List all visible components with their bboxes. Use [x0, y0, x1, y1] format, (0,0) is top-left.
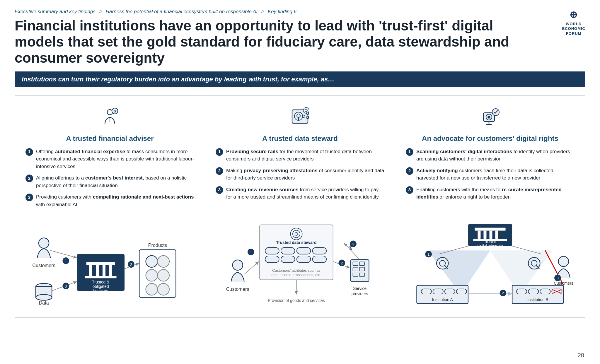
svg-text:3: 3 [557, 276, 559, 280]
svg-rect-93 [483, 231, 486, 239]
col3-icon-area [406, 104, 575, 130]
wef-logo: ⊕ WORLD ECONOMIC FORUM [562, 9, 586, 36]
svg-text:2: 2 [130, 263, 132, 267]
col1-title: A trusted financial adviser [25, 134, 194, 143]
svg-text:$: $ [114, 109, 116, 113]
col2-point2: 2 Making privacy-preserving attestations… [216, 167, 384, 182]
svg-rect-56 [281, 256, 295, 263]
svg-rect-94 [489, 231, 492, 239]
svg-rect-57 [297, 256, 311, 263]
svg-point-125 [558, 256, 569, 266]
svg-point-33 [146, 269, 158, 281]
svg-text:Customers' attributes such as: Customers' attributes such as [272, 269, 320, 273]
digital-rights-icon [480, 107, 500, 127]
col3-point3: 3 Enabling customers with the means to r… [406, 186, 575, 201]
wef-globe-icon: ⊕ [562, 9, 586, 21]
breadcrumb-part1: Executive summary and key findings [15, 9, 96, 14]
svg-rect-18 [85, 276, 117, 278]
svg-rect-51 [265, 247, 279, 254]
breadcrumb-part3: Key finding 6 [268, 9, 296, 14]
col2-point1: 1 Providing secure rails for the movemen… [216, 148, 384, 163]
svg-point-4 [39, 238, 49, 248]
svg-line-63 [244, 262, 259, 274]
banner: Institutions can turn their regulatory b… [15, 71, 585, 87]
data-steward-icon [290, 107, 310, 127]
svg-text:Customers: Customers [32, 263, 55, 268]
svg-text:Institution A: Institution A [432, 298, 453, 302]
svg-rect-44 [307, 112, 308, 115]
col1-diagram: Customers Data [25, 221, 194, 310]
svg-point-36 [158, 283, 169, 295]
svg-rect-14 [89, 265, 92, 276]
svg-text:Products: Products [148, 242, 167, 248]
svg-rect-54 [313, 247, 327, 254]
svg-text:Trusted data steward: Trusted data steward [276, 240, 317, 245]
col-digital-rights: An advocate for customers' digital right… [395, 96, 585, 317]
svg-text:Service: Service [353, 286, 367, 291]
financial-adviser-icon: $ [100, 107, 120, 127]
wef-text-line2: ECONOMIC [562, 26, 586, 31]
svg-text:age, income, transactions, etc: age, income, transactions, etc. [272, 273, 321, 277]
svg-text:3: 3 [352, 242, 354, 246]
svg-text:digital advocate: digital advocate [478, 244, 503, 248]
col2-points: 1 Providing secure rails for the movemen… [216, 148, 384, 205]
svg-point-31 [146, 256, 158, 267]
svg-text:1: 1 [427, 252, 429, 257]
main-title: Financial institutions have an opportuni… [15, 18, 513, 66]
svg-text:1: 1 [65, 259, 67, 263]
svg-text:Institution B: Institution B [527, 298, 548, 302]
col1-point2: 2 Aligning offerings to a customer's bes… [25, 174, 194, 189]
svg-rect-58 [313, 256, 327, 263]
svg-rect-52 [281, 247, 295, 254]
col1-icon-area: $ [25, 104, 194, 130]
col1-point1: 1 Offering automated financial expertise… [25, 148, 194, 170]
svg-rect-66 [351, 260, 369, 282]
col1-diagram-svg: Customers Data [25, 221, 194, 309]
col2-diagram-svg: Trusted data steward Customers' attribut… [216, 214, 384, 309]
svg-text:fiduciary: fiduciary [93, 289, 108, 293]
svg-point-35 [146, 283, 158, 295]
svg-rect-91 [475, 228, 505, 231]
col3-title: An advocate for customers' digital right… [406, 134, 575, 143]
col2-diagram: Trusted data steward Customers' attribut… [216, 214, 384, 310]
columns-container: $ A trusted financial adviser 1 Offering… [15, 95, 585, 318]
svg-text:obligated: obligated [93, 284, 109, 289]
svg-text:3: 3 [65, 284, 67, 288]
col3-points: 1 Scanning customers' digital interactio… [406, 148, 575, 213]
svg-point-61 [233, 260, 243, 270]
svg-line-124 [545, 250, 564, 285]
svg-point-34 [158, 269, 169, 281]
col1-points: 1 Offering automated financial expertise… [25, 148, 194, 213]
svg-rect-15 [96, 265, 99, 276]
col2-title: A trusted data steward [216, 134, 384, 143]
col1-point3: 3 Providing customers with compelling ra… [25, 193, 194, 208]
svg-point-86 [488, 116, 490, 118]
svg-text:providers: providers [352, 292, 368, 296]
col3-diagram-svg: Trusted digital advocate [406, 221, 575, 309]
col3-point2: 2 Actively notifying customers each time… [406, 167, 575, 182]
svg-rect-13 [86, 262, 115, 265]
col-data-steward: A trusted data steward 1 Providing secur… [205, 96, 395, 317]
svg-rect-92 [478, 231, 480, 239]
page-number: 28 [578, 352, 584, 359]
svg-rect-53 [297, 247, 311, 254]
svg-text:1: 1 [250, 250, 252, 254]
svg-rect-95 [495, 231, 498, 239]
page: ⊕ WORLD ECONOMIC FORUM Executive summary… [0, 0, 600, 364]
svg-point-8 [36, 294, 52, 300]
svg-text:2: 2 [341, 261, 343, 265]
wef-text-line3: FORUM [566, 31, 582, 36]
svg-rect-17 [109, 265, 112, 276]
svg-point-32 [158, 256, 169, 267]
svg-rect-45 [307, 116, 308, 119]
col-financial-adviser: $ A trusted financial adviser 1 Offering… [15, 96, 205, 317]
wef-text-line1: WORLD [566, 22, 582, 26]
svg-line-10 [50, 250, 77, 258]
breadcrumb: Executive summary and key findings // Ha… [15, 9, 585, 15]
svg-text:Trusted &: Trusted & [92, 280, 109, 284]
svg-rect-16 [103, 265, 105, 276]
col2-point3: 3 Creating new revenue sources from serv… [216, 186, 384, 201]
svg-text:2: 2 [502, 291, 504, 295]
svg-text:Customers: Customers [554, 281, 573, 286]
col2-icon-area [216, 104, 384, 130]
